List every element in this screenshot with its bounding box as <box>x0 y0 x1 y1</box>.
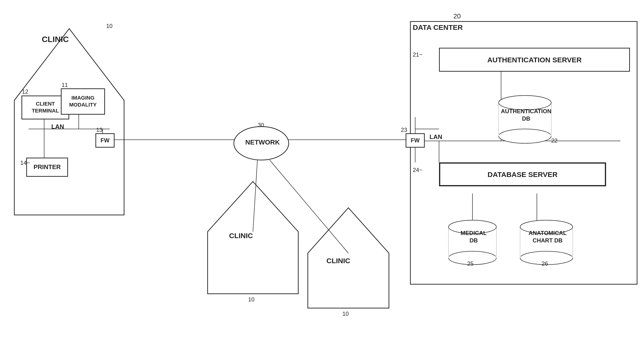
clinic-small2-id: 10 <box>342 310 349 317</box>
client-terminal-id: 12 <box>22 88 28 95</box>
anatomical-db-id: 26 <box>542 260 548 267</box>
imaging-modality-box: IMAGING MODALITY <box>61 88 105 115</box>
fw-left-box: FW <box>96 133 114 148</box>
svg-marker-1 <box>208 182 298 294</box>
fw-right-box: FW <box>406 133 425 148</box>
lan-right-label: LAN <box>430 133 442 141</box>
fw-left-id: 13 <box>96 127 102 133</box>
clinic-small1-id: 10 <box>248 296 254 303</box>
network-id: 30 <box>258 122 264 129</box>
data-center-id: 20 <box>453 13 461 20</box>
clinic-small2-label: CLINIC <box>326 257 350 265</box>
auth-db-id: 22 <box>551 137 558 144</box>
lan-left-label: LAN <box>51 123 64 130</box>
auth-db-label: AUTHENTICATIONDB <box>500 108 552 122</box>
printer-box: PRINTER <box>26 158 68 177</box>
svg-marker-0 <box>14 29 124 215</box>
fw-right-id: 23 <box>401 127 407 133</box>
clinic-small1-label: CLINIC <box>229 232 253 240</box>
svg-point-24 <box>499 129 551 143</box>
auth-server-box: AUTHENTICATION SERVER <box>439 48 630 72</box>
network-label: NETWORK <box>245 139 280 146</box>
anatomical-db-label: ANATOMICALCHART DB <box>521 229 574 244</box>
db-server-id: 24~ <box>413 167 422 173</box>
printer-id: 14~ <box>20 160 30 166</box>
clinic-main-label: CLINIC <box>42 35 69 44</box>
data-center-label: DATA CENTER <box>413 24 463 32</box>
db-server-box: DATABASE SERVER <box>439 162 606 186</box>
medical-db-id: 25 <box>467 260 474 267</box>
medical-db-label: MEDICALDB <box>450 229 498 244</box>
imaging-modality-id: 11 <box>62 82 68 88</box>
clinic-main-id: 10 <box>106 23 112 29</box>
auth-server-id: 21~ <box>413 51 422 58</box>
